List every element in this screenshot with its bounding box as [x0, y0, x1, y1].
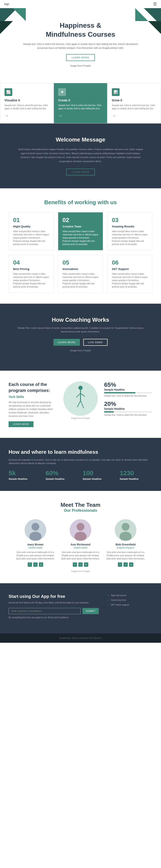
- team-desc-bob: Quis ante urna lacus malesuada sit in a …: [106, 551, 145, 560]
- mind-stat-label-3: Sample Headline: [83, 477, 116, 480]
- program-learn-button[interactable]: LEARN MORE: [8, 421, 33, 427]
- team-desc-ann: Quis ante urna lacus malesuada sit in a …: [61, 551, 100, 560]
- coaching-learn-more-button[interactable]: LEARN MORE: [54, 339, 80, 346]
- coaching-description: Simple Text. Lorem ipsum dolor sit amet,…: [17, 326, 144, 334]
- program-figure: [63, 381, 98, 416]
- team-image-caption: Image from Freepik: [8, 570, 153, 572]
- welcome-learn-more-button[interactable]: LEARN MORE: [66, 168, 95, 176]
- benefit-title-4: Best Pricing: [13, 267, 49, 271]
- create-icon: ✚: [58, 88, 66, 96]
- welcome-body: Amet luctus venenatis lectus magna fring…: [17, 147, 144, 163]
- svg-line-3: [80, 393, 85, 396]
- stat-percent-2: 20%: [104, 401, 153, 407]
- feature-card-create-title: Create it: [58, 99, 103, 102]
- coaching-title: How Coaching Works: [17, 316, 144, 323]
- program-subtitle: Tech Skills: [8, 395, 57, 399]
- mind-stat-label-2: Sample Headline: [46, 477, 78, 480]
- mind-stat-label-1: Sample Headline: [8, 477, 41, 480]
- stat-desc-1: Sample text. Click to select the Text El…: [104, 395, 153, 397]
- mind-stat-1: 5k Sample Headline: [8, 469, 41, 480]
- linkedin-icon-mary[interactable]: in: [39, 562, 43, 567]
- hamburger-icon[interactable]: ☰: [153, 2, 157, 6]
- coaching-buttons: LEARN MORE LIVE DEMO: [17, 339, 144, 346]
- benefit-desc-6: Vitae suscipit tellus mauris a diam maec…: [112, 272, 148, 288]
- feature-card-visualize-desc: Sample text. Click to select the text bo…: [4, 104, 49, 110]
- feature-card-create-desc: Sample text. Click to select the text bo…: [58, 104, 103, 110]
- feature-label-2: Cancel any time: [111, 599, 126, 601]
- benefits-grid: 01 Hight Quality Vitae suscipit tellus m…: [8, 212, 153, 293]
- check-icon-1: ✓: [107, 594, 109, 597]
- benefit-title-2: Creative Team: [62, 225, 99, 228]
- mindfulness-description: Eiusmod sed vulputate mi mi pretium, nun…: [8, 458, 153, 465]
- benefit-num-5: 05: [62, 259, 99, 266]
- benefit-num-4: 04: [13, 259, 49, 266]
- hero-description: Sample text. Click to select the text bo…: [22, 42, 139, 50]
- team-section: Meet The Team Our Professionals mary Bro…: [0, 491, 161, 583]
- hero-image-caption: Image from Freepik: [22, 64, 139, 68]
- logo: logo: [4, 3, 9, 6]
- team-role-ann: creative leader: [61, 547, 100, 549]
- facebook-icon-ann[interactable]: f: [73, 562, 77, 567]
- program-image-caption: Image from Freepik: [63, 417, 98, 420]
- benefit-title-1: Hight Quality: [13, 225, 49, 228]
- twitter-icon-mary[interactable]: t: [33, 562, 38, 567]
- svg-point-14: [120, 532, 132, 541]
- features-list: ✓ Safe and secure ✓ Cancel any time ✓ 24…: [107, 594, 153, 607]
- mind-stat-num-4: 1230: [120, 469, 153, 477]
- benefit-item-2: 02 Creative Team Vitae suscipit tellus m…: [58, 212, 103, 250]
- submit-button[interactable]: SUBMIT: [83, 608, 99, 614]
- benefit-item-4: 04 Best Pricing Vitae suscipit tellus ma…: [8, 255, 54, 293]
- svg-line-5: [80, 401, 84, 408]
- email-input[interactable]: [8, 608, 81, 614]
- feature-card-create-arrow[interactable]: →: [58, 113, 103, 118]
- mind-stat-num-1: 5k: [8, 469, 41, 477]
- team-card-ann: Ann Richmond creative leader Quis ante u…: [61, 519, 100, 567]
- mind-stat-3: 100 Sample Headline: [83, 469, 116, 480]
- linkedin-icon-ann[interactable]: in: [84, 562, 88, 567]
- svg-point-10: [77, 523, 84, 531]
- team-avatar-bob: [115, 519, 136, 541]
- app-cta-left: Start using Our App for free Access all …: [8, 594, 99, 623]
- linkedin-icon-bob[interactable]: in: [129, 562, 133, 567]
- app-cta-title: Start using Our App for free: [8, 594, 99, 599]
- mindfulness-section: How and where to learn mindfulness Eiusm…: [0, 438, 161, 491]
- team-avatar-mary: [25, 519, 46, 541]
- footer: Sample text. Click to select the Text El…: [0, 633, 161, 643]
- check-icon-2: ✓: [107, 599, 109, 602]
- benefit-desc-3: Vitae suscipit tellus mauris a diam maec…: [112, 230, 148, 246]
- feature-item-2: ✓ Cancel any time: [107, 599, 153, 602]
- facebook-icon-mary[interactable]: f: [28, 562, 32, 567]
- benefit-item-1: 01 Hight Quality Vitae suscipit tellus m…: [8, 212, 54, 250]
- stat-item-2: 20% Sample Headline Sample text. Click t…: [104, 401, 153, 416]
- benefit-item-3: 03 Amazing Results Vitae suscipit tellus…: [107, 212, 153, 250]
- visualize-icon: 📈: [4, 88, 12, 96]
- coaching-live-demo-button[interactable]: LIVE DEMO: [83, 339, 107, 346]
- twitter-icon-bob[interactable]: t: [123, 562, 128, 567]
- hero-learn-more-button[interactable]: LEARN MORE: [66, 54, 95, 61]
- facebook-icon-bob[interactable]: f: [118, 562, 122, 567]
- feature-card-grow-arrow[interactable]: →: [112, 113, 157, 118]
- program-description: We help businesses to innovate and grow …: [8, 401, 57, 418]
- benefit-desc-4: Vitae suscipit tellus mauris a diam maec…: [13, 272, 49, 288]
- team-cards: mary Brown creative leader Quis ante urn…: [8, 519, 153, 567]
- benefit-desc-5: Vitae suscipit tellus mauris a diam maec…: [62, 272, 99, 288]
- person-walking-icon: [70, 383, 91, 413]
- footer-text: Sample text. Click to select the Text El…: [8, 637, 153, 639]
- benefits-section: Benefits of working with us 01 Hight Qua…: [0, 188, 161, 304]
- avatar-figure-bob: [115, 519, 136, 541]
- feature-cards-section: 📈 Visualize it Sample text. Click to sel…: [0, 83, 161, 123]
- grow-icon: 📊: [112, 88, 120, 96]
- feature-item-1: ✓ Safe and secure: [107, 594, 153, 597]
- svg-line-4: [77, 401, 80, 407]
- stat-bar-bg-1: [104, 392, 153, 394]
- feature-card-visualize-arrow[interactable]: →: [4, 113, 49, 118]
- app-cta-terms: By completing this form you agree to our…: [8, 616, 99, 619]
- twitter-icon-ann[interactable]: t: [78, 562, 83, 567]
- mind-stat-num-3: 100: [83, 469, 116, 477]
- team-name-mary: mary Brown: [16, 543, 55, 546]
- benefit-num-1: 01: [13, 217, 49, 223]
- team-social-mary: f t in: [16, 562, 55, 567]
- benefit-item-6: 06 24/7 Support Vitae suscipit tellus ma…: [107, 255, 153, 293]
- team-role-mary: creative leader: [16, 547, 55, 549]
- mind-stat-label-4: Sample Headline: [120, 477, 153, 480]
